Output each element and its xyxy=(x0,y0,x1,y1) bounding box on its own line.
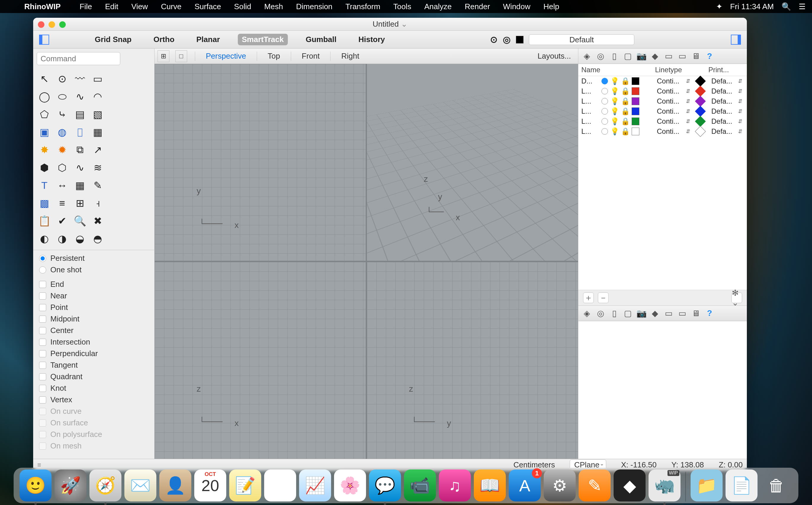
toolbar-grid-snap[interactable]: Grid Snap xyxy=(91,34,136,45)
spotlight-icon[interactable]: 🔍 xyxy=(782,2,791,11)
print-color-swatch[interactable] xyxy=(695,106,706,117)
dock-launchpad[interactable]: 🚀 xyxy=(54,470,87,501)
tool-fillet[interactable]: ⤷ xyxy=(53,106,71,123)
tool-loft[interactable]: ▧ xyxy=(89,106,107,123)
dock-keyshot[interactable]: ◆ xyxy=(614,470,646,501)
tool-boolean[interactable]: ⧉ xyxy=(71,141,89,159)
layer-header-name[interactable]: Name xyxy=(581,66,608,74)
menu-mesh[interactable]: Mesh xyxy=(258,2,290,11)
monitor-panel-icon-2[interactable]: 🖥 xyxy=(691,309,701,318)
add-layer-button[interactable]: ＋ xyxy=(583,293,594,303)
layer-row[interactable]: D...💡🔒Conti...⇵Defa...⇵ xyxy=(578,76,747,86)
print-color-swatch[interactable] xyxy=(695,86,706,97)
tool-sphere[interactable]: ◍ xyxy=(53,123,71,141)
tool-misc4[interactable]: ◓ xyxy=(89,230,107,247)
menu-dimension[interactable]: Dimension xyxy=(290,2,339,11)
lock-icon[interactable]: 🔒 xyxy=(621,127,629,136)
status-icon[interactable]: ✦ xyxy=(716,2,722,11)
toolbar-planar[interactable]: Planar xyxy=(192,34,224,45)
lock-icon[interactable]: 🔒 xyxy=(621,97,629,106)
bulb-icon[interactable]: 💡 xyxy=(610,117,619,126)
dock-document[interactable]: 📄 xyxy=(725,470,758,501)
toolbar-history[interactable]: History xyxy=(354,34,389,45)
viewtab-top[interactable]: Top xyxy=(262,51,286,61)
toolbar-gumball[interactable]: Gumball xyxy=(301,34,341,45)
dock-itunes[interactable]: ♫ xyxy=(439,470,471,501)
tool-misc2[interactable]: ◑ xyxy=(53,230,71,247)
box-panel-icon[interactable]: ▢ xyxy=(623,51,633,61)
osnap-midpoint[interactable]: Midpoint xyxy=(33,313,154,325)
tool-check[interactable]: ✔ xyxy=(53,212,71,230)
osnap-point[interactable]: Point xyxy=(33,302,154,313)
layer-color-swatch[interactable] xyxy=(632,98,639,105)
osnap-mode-persistent[interactable]: Persistent xyxy=(33,252,154,264)
dock-contacts[interactable]: 👤 xyxy=(159,470,191,501)
layer-color-swatch[interactable] xyxy=(632,77,639,85)
tool-point[interactable]: ⊙ xyxy=(53,70,71,88)
tool-cylinder[interactable]: ⌷ xyxy=(71,123,89,141)
display-panel-icon-2[interactable]: ▭ xyxy=(664,309,674,318)
remove-layer-button[interactable]: － xyxy=(598,293,608,303)
menu-help[interactable]: Help xyxy=(537,2,566,11)
dock-reminders[interactable]: ☰ xyxy=(264,470,296,501)
display-panel-icon[interactable]: ▭ xyxy=(664,51,674,61)
tool-rect[interactable]: ▭ xyxy=(89,70,107,88)
print-color-swatch[interactable] xyxy=(695,126,706,137)
osnap-intersection[interactable]: Intersection xyxy=(33,336,154,348)
render-panel-icon[interactable]: 📷 xyxy=(636,51,647,61)
viewport-top[interactable]: └───xy xyxy=(155,64,366,261)
tool-circle[interactable]: ◯ xyxy=(35,88,53,106)
tool-paste[interactable]: 📋 xyxy=(35,212,53,230)
left-sidebar-toggle[interactable] xyxy=(39,35,49,45)
tool-arc[interactable]: ◠ xyxy=(89,88,107,106)
layer-row[interactable]: L...💡🔒Conti...⇵Defa...⇵ xyxy=(578,116,747,126)
osnap-mode-one-shot[interactable]: One shot xyxy=(33,264,154,276)
menu-analyze[interactable]: Analyze xyxy=(418,2,458,11)
viewport-perspective[interactable]: └──xyz xyxy=(367,64,578,261)
lock-icon[interactable]: 🔒 xyxy=(621,117,629,126)
record-icon[interactable]: ⊙ xyxy=(490,34,498,45)
dock-ibooks[interactable]: 📖 xyxy=(474,470,506,501)
lock-icon[interactable]: 🔒 xyxy=(621,77,629,85)
toolbar-smarttrack[interactable]: SmartTrack xyxy=(238,34,288,45)
materials-panel-icon[interactable]: ◆ xyxy=(650,51,660,61)
menu-render[interactable]: Render xyxy=(458,2,496,11)
target-icon[interactable]: ◎ xyxy=(503,34,511,45)
menu-view[interactable]: View xyxy=(125,2,154,11)
layer-color-swatch[interactable] xyxy=(632,108,639,115)
tool-polygon[interactable]: ⬠ xyxy=(35,106,53,123)
viewtab-front[interactable]: Front xyxy=(296,51,326,61)
layer-row[interactable]: L...💡🔒Conti...⇵Defa...⇵ xyxy=(578,86,747,96)
dock-notes[interactable]: 📝 xyxy=(229,470,261,501)
tool-offset[interactable]: ≋ xyxy=(89,159,107,176)
dock-downloads[interactable]: 📁 xyxy=(691,470,722,501)
layer-color-swatch[interactable] xyxy=(632,118,639,125)
tool-array[interactable]: ▦ xyxy=(71,176,89,194)
materials-panel-icon-2[interactable]: ◆ xyxy=(650,309,660,318)
menu-solid[interactable]: Solid xyxy=(228,2,258,11)
tool-text[interactable]: T xyxy=(35,176,53,194)
current-layer-color[interactable] xyxy=(516,36,524,43)
menu-curve[interactable]: Curve xyxy=(154,2,188,11)
tool-misc3[interactable]: ◒ xyxy=(71,230,89,247)
minimize-button[interactable] xyxy=(48,21,55,28)
viewport-right[interactable]: └───yz xyxy=(367,262,578,459)
render-panel-icon-2[interactable]: 📷 xyxy=(636,309,647,318)
tool-move[interactable]: ↗ xyxy=(89,141,107,159)
layer-current-radio[interactable] xyxy=(601,128,608,135)
dock-rhino[interactable]: 🦏WIP xyxy=(649,470,681,501)
tool-misc1[interactable]: ◐ xyxy=(35,230,53,247)
layer-row[interactable]: L...💡🔒Conti...⇵Defa...⇵ xyxy=(578,126,747,137)
tool-blend[interactable]: ∿ xyxy=(71,159,89,176)
bulb-icon[interactable]: 💡 xyxy=(610,97,619,106)
menu-transform[interactable]: Transform xyxy=(339,2,387,11)
tool-mesh[interactable]: ▦ xyxy=(89,123,107,141)
lock-icon[interactable]: 🔒 xyxy=(621,107,629,116)
tool-delete[interactable]: ✖ xyxy=(89,212,107,230)
layer-row[interactable]: L...💡🔒Conti...⇵Defa...⇵ xyxy=(578,96,747,106)
layer-options-button[interactable]: ✻ ⌄ xyxy=(731,293,742,303)
app-name[interactable]: RhinoWIP xyxy=(18,2,67,11)
dock-safari[interactable]: 🧭 xyxy=(90,470,121,501)
tool-measure[interactable]: 🔍 xyxy=(71,212,89,230)
menu-window[interactable]: Window xyxy=(497,2,537,11)
